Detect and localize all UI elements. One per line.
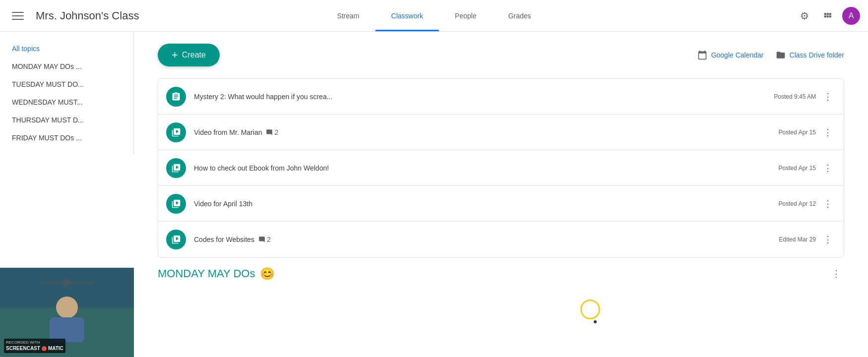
section-title: MONDAY MAY DOs 😊 [158,267,275,281]
settings-button[interactable]: ⚙ [795,6,814,26]
header-right: ⚙ A [795,6,860,26]
gear-icon: ⚙ [800,10,809,22]
section-header: MONDAY MAY DOs 😊 ⋮ [158,258,844,286]
assignment-item-video-april13[interactable]: Video for April 13th Posted Apr 12 ⋮ [158,186,844,222]
comment-count-codes-websites: 2 [258,236,271,243]
video-badge-line1: RECORDED WITH [6,340,63,345]
class-drive-folder-link[interactable]: Class Drive folder [776,50,844,60]
assignment-title-area-mystery2: Mystery 2: What would happen if you scre… [194,93,774,101]
comment-count-video-marian: 2 [266,128,278,136]
create-button[interactable]: + Create [158,44,220,66]
video-icon-4 [171,235,181,244]
comment-icon [266,129,273,136]
nav-people[interactable]: People [439,0,493,31]
more-button-section[interactable]: ⋮ [828,266,844,282]
sidebar-item-thursday-must[interactable]: THURSDAY MUST D... [0,111,133,129]
video-badge: RECORDED WITH SCREENCAST MATIC [4,339,65,353]
assignment-icon-ebook [166,158,186,178]
assignment-icon-video-marian [166,122,186,142]
hamburger-menu-button[interactable] [8,6,28,26]
video-thumbnail: RECORDED WITH SCREENCAST MATIC [0,268,134,357]
assignment-item-codes-websites[interactable]: Codes for Websites 2 Edited Mar 29 ⋮ [158,222,844,257]
toolbar-right: Google Calendar Class Drive folder [697,50,844,60]
assignment-icon-mystery2 [166,87,186,107]
assignment-meta-mystery2: Posted 9:45 AM [774,93,816,100]
assignment-meta-codes-websites: Edited Mar 29 [779,236,816,243]
class-drive-folder-label: Class Drive folder [790,51,844,59]
assignment-title-area-codes-websites: Codes for Websites 2 [194,236,779,243]
assignment-title-codes-websites: Codes for Websites [194,236,254,243]
video-icon-3 [171,199,181,209]
nav-grades[interactable]: Grades [493,0,547,31]
assignment-title-area-video-april13: Video for April 13th [194,200,779,208]
comment-icon-2 [258,236,265,243]
main-layout: All topics MONDAY MAY DOs ... TUESDAY MU… [0,32,868,357]
assignment-icon-video-april13 [166,194,186,214]
more-button-mystery2[interactable]: ⋮ [820,89,836,105]
clipboard-icon [171,92,181,102]
assignment-item-mystery2[interactable]: Mystery 2: What would happen if you scre… [158,79,844,115]
assignment-item-ebook[interactable]: How to check out Ebook from John Weldon!… [158,150,844,186]
assignment-meta-video-marian: Posted Apr 15 [779,129,816,136]
content-area: + Create Google Calendar Class Drive fol… [134,32,868,357]
section-emoji: 😊 [260,267,275,281]
assignment-item-video-marian[interactable]: Video from Mr. Marian 2 Posted Apr 15 ⋮ [158,115,844,150]
nav-stream[interactable]: Stream [321,0,375,31]
video-overlay: RECORDED WITH SCREENCAST MATIC [0,268,134,357]
assignment-list: Mystery 2: What would happen if you scre… [158,78,844,258]
grid-icon [823,11,833,21]
more-button-video-marian[interactable]: ⋮ [820,124,836,140]
video-icon [171,127,181,137]
assignment-title-ebook: How to check out Ebook from John Weldon! [194,164,329,172]
apps-button[interactable] [818,6,838,26]
video-badge-brand: SCREENCAST [6,345,40,352]
calendar-icon [697,50,707,60]
more-button-codes-websites[interactable]: ⋮ [820,232,836,247]
svg-point-5 [56,297,78,318]
assignment-meta-ebook: Posted Apr 15 [779,165,816,172]
app-title: Mrs. Johnson's Class [36,9,139,22]
folder-icon [776,50,786,60]
google-calendar-link[interactable]: Google Calendar [697,50,764,60]
main-nav: Stream Classwork People Grades [321,0,547,31]
sidebar-item-all-topics[interactable]: All topics [0,40,133,58]
sidebar-item-tuesday-must[interactable]: TUESDAY MUST DO... [0,75,133,93]
assignment-title-area-video-marian: Video from Mr. Marian 2 [194,128,779,136]
assignment-meta-video-april13: Posted Apr 12 [779,200,816,207]
plus-icon: + [172,50,178,60]
video-badge-matic: MATIC [48,345,63,352]
more-button-video-april13[interactable]: ⋮ [820,196,836,212]
sidebar-item-monday-may[interactable]: MONDAY MAY DOs ... [0,58,133,75]
avatar[interactable]: A [842,7,860,25]
cursor-ring [580,299,600,319]
svg-rect-4 [67,282,94,284]
google-calendar-label: Google Calendar [711,51,764,59]
sidebar-item-friday-must[interactable]: FRIDAY MUST DOs ... [0,129,133,147]
sidebar-item-wednesday-must[interactable]: WEDNESDAY MUST... [0,93,133,111]
svg-rect-3 [40,282,67,284]
assignment-title-area-ebook: How to check out Ebook from John Weldon! [194,164,779,172]
content-toolbar: + Create Google Calendar Class Drive fol… [158,44,844,66]
section-title-text: MONDAY MAY DOs [158,267,255,280]
sidebar-container: All topics MONDAY MAY DOs ... TUESDAY MU… [0,32,134,357]
assignment-icon-codes-websites [166,230,186,249]
create-label: Create [182,51,206,60]
assignment-title-video-marian: Video from Mr. Marian [194,128,262,136]
cursor-dot [594,320,597,323]
more-button-ebook[interactable]: ⋮ [820,160,836,176]
assignment-title-mystery2: Mystery 2: What would happen if you scre… [194,93,332,101]
nav-classwork[interactable]: Classwork [375,0,439,31]
app-header: Mrs. Johnson's Class Stream Classwork Pe… [0,0,868,32]
assignment-title-video-april13: Video for April 13th [194,200,252,208]
video-icon-2 [171,163,181,173]
header-left: Mrs. Johnson's Class [8,6,139,26]
sidebar: All topics MONDAY MAY DOs ... TUESDAY MU… [0,32,134,155]
